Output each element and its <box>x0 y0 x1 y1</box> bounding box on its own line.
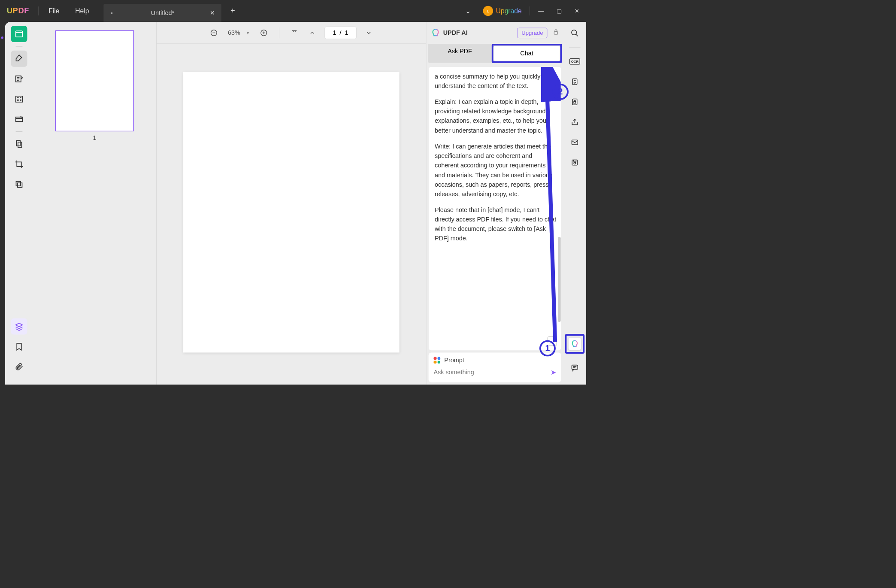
ai-prompt-area: Prompt ➤ <box>429 352 561 382</box>
zoom-in-button[interactable] <box>258 27 269 38</box>
ai-assistant-button[interactable] <box>568 337 581 350</box>
zoom-out-button[interactable] <box>208 27 219 38</box>
bookmark-tool[interactable] <box>11 339 27 355</box>
close-window-button[interactable]: ✕ <box>568 8 586 15</box>
document-page <box>183 72 400 352</box>
upgrade-button[interactable]: L Upgrade <box>477 4 527 18</box>
minimize-button[interactable]: — <box>532 8 550 14</box>
add-tab-button[interactable]: + <box>224 6 241 15</box>
maximize-button[interactable]: ▢ <box>550 8 568 15</box>
convert-button[interactable] <box>569 76 581 88</box>
ai-message-text: a concise summary to help you quickly un… <box>435 72 556 91</box>
upgrade-label: Upgrade <box>496 7 522 15</box>
svg-rect-18 <box>572 365 578 370</box>
annotation-arrow <box>541 67 561 348</box>
document-viewport[interactable] <box>157 44 426 385</box>
svg-rect-2 <box>16 96 23 102</box>
document-area: 63% ▼ 1 / 1 <box>157 22 426 385</box>
edit-tool[interactable] <box>11 71 27 87</box>
divider <box>38 6 39 15</box>
pin-icon: ⬥ <box>109 10 115 16</box>
ai-message-text: Explain: I can explain a topic in depth,… <box>435 97 556 135</box>
close-icon[interactable]: ✕ <box>210 9 215 17</box>
svg-rect-3 <box>16 117 23 121</box>
send-button[interactable]: ➤ <box>551 369 556 376</box>
tab-title: Untitled* <box>151 9 174 17</box>
form-tool[interactable] <box>11 111 27 127</box>
ai-input[interactable] <box>433 367 548 378</box>
prompt-label: Prompt <box>444 357 464 364</box>
page-thumbnail[interactable] <box>55 30 134 131</box>
annotation-marker-1: 1 <box>539 340 556 357</box>
ai-upgrade-button[interactable]: Upgrade <box>518 27 548 38</box>
svg-line-20 <box>547 78 555 342</box>
separator <box>16 131 23 132</box>
svg-rect-7 <box>18 183 22 187</box>
updf-ai-icon <box>431 28 440 37</box>
indicator-dot <box>1 36 3 39</box>
svg-rect-14 <box>574 102 576 103</box>
app-logo: UPDF <box>0 6 36 15</box>
menu-file[interactable]: File <box>41 7 67 15</box>
svg-rect-0 <box>16 31 23 37</box>
first-page-button[interactable] <box>289 27 300 38</box>
watermark-tool[interactable] <box>11 176 27 193</box>
user-avatar: L <box>483 6 493 16</box>
ai-tab-ask-pdf[interactable]: Ask PDF <box>428 44 491 63</box>
search-button[interactable] <box>569 27 581 39</box>
svg-rect-10 <box>554 32 557 34</box>
document-tab[interactable]: ⬥ Untitled* ✕ <box>103 4 221 22</box>
divider <box>279 27 279 38</box>
annotation-marker-2: 2 <box>552 84 569 100</box>
save-button[interactable] <box>569 156 581 169</box>
email-button[interactable] <box>569 136 581 149</box>
reader-tool[interactable] <box>11 26 27 42</box>
divider <box>530 6 530 15</box>
separator <box>16 46 23 46</box>
ai-tabs: Ask PDF Chat <box>428 44 562 63</box>
lock-icon[interactable] <box>553 29 559 36</box>
thumbnail-panel: 1 <box>33 22 157 385</box>
protect-button[interactable] <box>569 96 581 108</box>
document-toolbar: 63% ▼ 1 / 1 <box>157 22 426 44</box>
comment-button[interactable] <box>569 361 581 374</box>
ai-title: UPDF AI <box>443 29 468 36</box>
svg-rect-5 <box>18 142 22 147</box>
prompt-icon <box>433 357 440 364</box>
page-indicator[interactable]: 1 / 1 <box>325 27 357 39</box>
right-sidebar: OCR <box>563 22 586 385</box>
ai-header: UPDF AI Upgrade <box>426 22 563 44</box>
ai-float-button-wrapper <box>565 334 585 354</box>
svg-point-11 <box>572 30 576 35</box>
tab-bar: ⬥ Untitled* ✕ + <box>103 0 241 22</box>
svg-rect-6 <box>16 182 20 186</box>
organize-tool[interactable] <box>11 136 27 152</box>
chevron-down-icon[interactable]: ⌄ <box>465 7 471 15</box>
ai-message-text: Please note that in [chat] mode, I can't… <box>435 205 556 243</box>
ai-message-text: Write: I can generate articles that meet… <box>435 142 556 199</box>
ai-tab-chat[interactable]: Chat <box>493 45 560 61</box>
layers-tool[interactable] <box>11 318 27 335</box>
prev-page-button[interactable] <box>307 27 318 38</box>
share-button[interactable] <box>569 116 581 128</box>
crop-tool[interactable] <box>11 156 27 173</box>
svg-point-17 <box>574 162 576 164</box>
left-sidebar <box>5 22 33 385</box>
page-tool[interactable] <box>11 91 27 107</box>
next-page-button[interactable] <box>363 27 374 38</box>
ocr-button[interactable]: OCR <box>569 55 581 68</box>
titlebar: UPDF File Help ⬥ Untitled* ✕ + ⌄ L Upgra… <box>0 0 586 22</box>
chevron-down-icon: ▼ <box>246 30 250 35</box>
highlight-tool[interactable] <box>11 51 27 67</box>
zoom-level[interactable]: 63% ▼ <box>226 29 251 36</box>
main-area: 1 63% ▼ 1 / 1 <box>5 22 586 385</box>
menu-help[interactable]: Help <box>67 7 97 15</box>
attachment-tool[interactable] <box>11 359 27 375</box>
separator <box>569 47 580 48</box>
thumbnail-page-number: 1 <box>93 134 96 142</box>
